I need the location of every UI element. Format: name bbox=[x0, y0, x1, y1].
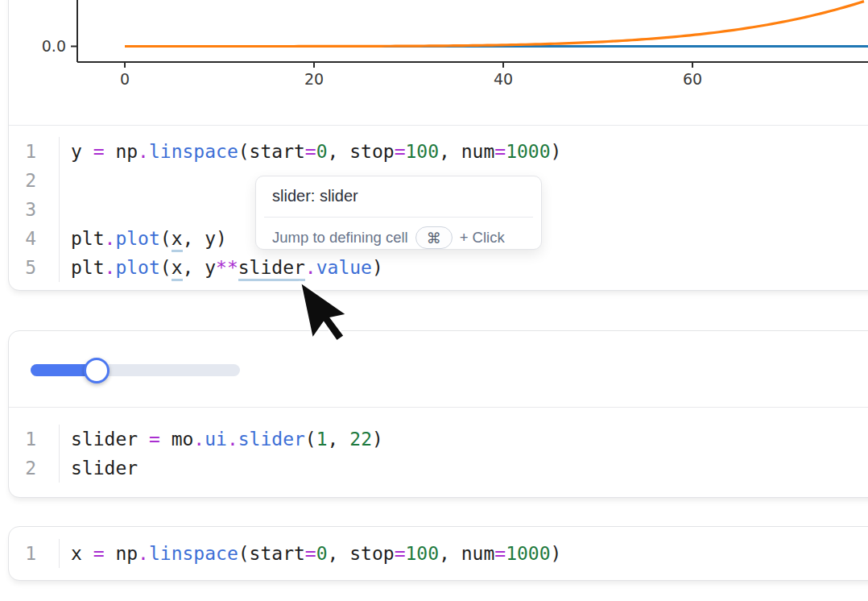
matplotlib-plot-output: 0.0 0204060 bbox=[8, 0, 868, 122]
slider-handle[interactable] bbox=[84, 358, 110, 383]
code-line[interactable]: 1slider = mo.ui.slider(1, 22) bbox=[9, 425, 383, 454]
line-number: 5 bbox=[9, 253, 60, 282]
line-number: 2 bbox=[9, 166, 60, 195]
code-text: x = np.linspace(start=0, stop=100, num=1… bbox=[60, 539, 561, 568]
tooltip-title: slider: slider bbox=[272, 187, 358, 205]
line-number: 2 bbox=[9, 454, 60, 483]
code-text: slider = mo.ui.slider(1, 22) bbox=[60, 425, 383, 454]
code-text: plt.plot(x, y**slider.value) bbox=[60, 253, 383, 282]
code-editor-slider: 1slider = mo.ui.slider(1, 22) 2slider bbox=[9, 425, 383, 483]
code-text bbox=[60, 166, 71, 195]
tooltip-action-label: Jump to defining cell bbox=[272, 229, 408, 247]
tooltip-divider bbox=[264, 217, 533, 218]
tooltip-click-hint: + Click bbox=[460, 229, 505, 247]
code-editor-x: 1x = np.linspace(start=0, stop=100, num=… bbox=[9, 539, 561, 568]
output-code-divider bbox=[9, 407, 868, 408]
svg-text:60: 60 bbox=[683, 70, 702, 88]
code-text: slider bbox=[60, 454, 138, 483]
command-key-icon: ⌘ bbox=[415, 226, 453, 249]
code-line[interactable]: 2slider bbox=[9, 454, 383, 483]
line-series-power bbox=[125, 2, 864, 47]
svg-text:0: 0 bbox=[120, 70, 130, 88]
output-code-divider bbox=[9, 125, 868, 126]
line-number: 1 bbox=[9, 425, 60, 454]
code-text: y = np.linspace(start=0, stop=100, num=1… bbox=[60, 137, 561, 166]
line-number: 3 bbox=[9, 195, 60, 224]
svg-text:40: 40 bbox=[494, 70, 513, 88]
y-tick-label: 0.0 bbox=[42, 37, 66, 55]
code-text bbox=[60, 195, 71, 224]
line-number: 4 bbox=[9, 224, 60, 253]
variable-tooltip: slider: slider Jump to defining cell ⌘ +… bbox=[255, 176, 542, 250]
line-number: 1 bbox=[9, 539, 60, 568]
mouse-cursor-icon bbox=[291, 280, 351, 358]
code-text: plt.plot(x, y) bbox=[60, 224, 227, 253]
x-tick-labels: 0204060 bbox=[120, 62, 702, 88]
code-line[interactable]: 1x = np.linspace(start=0, stop=100, num=… bbox=[9, 539, 561, 568]
code-line[interactable]: 1y = np.linspace(start=0, stop=100, num=… bbox=[9, 137, 561, 166]
line-number: 1 bbox=[9, 137, 60, 166]
code-line[interactable]: 5plt.plot(x, y**slider.value) bbox=[9, 253, 561, 282]
svg-text:20: 20 bbox=[304, 70, 324, 88]
